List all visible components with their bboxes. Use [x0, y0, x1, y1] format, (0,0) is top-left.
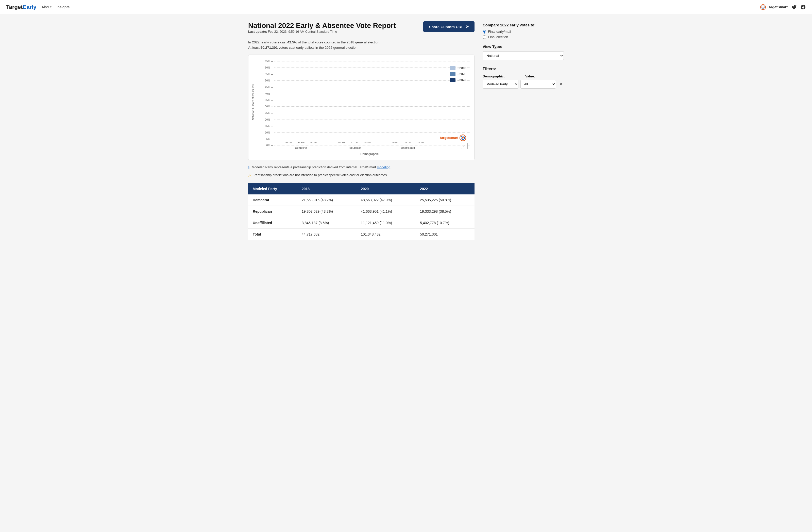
- share-btn-label: Share Custom URL: [429, 25, 464, 29]
- sidebar: Compare 2022 early votes to: Final early…: [483, 21, 564, 240]
- table-row: Total 44,717,082 101,348,432 50,271,301: [248, 228, 475, 240]
- demographic-col-header: Demographic:: [483, 74, 521, 78]
- filters-section: Filters: Demographic: Value: Modeled Par…: [483, 67, 564, 89]
- chart-container: National: % share of ballots cast 65% — …: [248, 55, 475, 160]
- radio-final-election[interactable]: Final election: [483, 35, 564, 39]
- info-icon: ℹ: [248, 165, 250, 171]
- table-row: Republican 19,307,029 (43.2%) 41,663,951…: [248, 205, 475, 217]
- cell-total-2018: 44,717,082: [297, 228, 356, 240]
- targetsmart-icon: [760, 4, 766, 10]
- cell-republican-2022: 19,333,298 (38.5%): [416, 205, 475, 217]
- x-label-unaffiliated: Unaffiliated: [381, 146, 435, 149]
- svg-point-5: [462, 137, 464, 139]
- cell-democrat-2020: 48,563,022 (47.9%): [356, 195, 416, 206]
- filters-label: Filters:: [483, 67, 564, 71]
- cell-total-2020: 101,348,432: [356, 228, 416, 240]
- demographic-filter-select[interactable]: Modeled Party: [483, 80, 518, 89]
- legend-2022: - 2022: [450, 78, 466, 82]
- view-type-section: View Type: National State County: [483, 44, 564, 61]
- last-update: Last update: Feb 22, 2023, 9:59:16 AM Ce…: [248, 30, 396, 33]
- x-axis-title: Demographic: [248, 152, 470, 156]
- share-custom-url-button[interactable]: Share Custom URL ➤: [423, 21, 475, 32]
- warning-icon: ⚠: [248, 173, 251, 179]
- cell-democrat-2022: 25,535,225 (50.8%): [416, 195, 475, 206]
- cell-total-2022: 50,271,301: [416, 228, 475, 240]
- compare-label: Compare 2022 early votes to:: [483, 23, 564, 27]
- notice-area: ℹ Modeled Party represents a partisanshi…: [248, 165, 475, 179]
- navbar: TargetEarly About Insights TargetSmart: [0, 0, 812, 14]
- compare-section: Compare 2022 early votes to: Final early…: [483, 23, 564, 39]
- view-type-label: View Type:: [483, 44, 564, 49]
- x-label-republican: Republican: [328, 146, 381, 149]
- cell-republican-2020: 41,663,951 (41.1%): [356, 205, 416, 217]
- expand-chart-button[interactable]: ⤢: [461, 143, 468, 149]
- cell-unaffiliated-2018: 3,846,137 (8.6%): [297, 217, 356, 228]
- brand-early: Early: [23, 4, 37, 10]
- data-table: Modeled Party 2018 2020 2022 Democrat 21…: [248, 183, 475, 240]
- targetsmart-brand: TargetSmart: [760, 4, 788, 10]
- report-desc: In 2022, early voters cast 42.5% of the …: [248, 40, 475, 51]
- radio-final-early-mail[interactable]: Final early/mail: [483, 30, 564, 33]
- share-arrow-icon: ➤: [466, 24, 469, 29]
- col-header-2020: 2020: [356, 183, 416, 195]
- party-group-unaffiliated: 8.6% 11.0% 10.7%: [381, 141, 435, 144]
- party-group-republican: 43.2% 41.1% 38.5%: [328, 141, 381, 144]
- col-header-2022: 2022: [416, 183, 475, 195]
- brand-target: Target: [6, 4, 23, 10]
- targetsmart-watermark-icon: [460, 134, 466, 141]
- partisanship-notice-text: Partisanship predictions are not intende…: [253, 173, 388, 178]
- notice-partisanship: ⚠ Partisanship predictions are not inten…: [248, 173, 475, 179]
- view-type-select[interactable]: National State County: [483, 51, 564, 60]
- legend-swatch-2018: [450, 66, 455, 70]
- main-container: National 2022 Early & Absentee Vote Repo…: [241, 14, 571, 250]
- bar-republican-2018: 43.2%: [336, 141, 347, 144]
- party-group-democrat: 48.2% 47.9% 50.8%: [274, 141, 328, 144]
- filter-row-header: Demographic: Value:: [483, 74, 564, 78]
- about-link[interactable]: About: [41, 5, 51, 9]
- twitter-icon[interactable]: [791, 4, 797, 10]
- legend-swatch-2020: [450, 72, 455, 76]
- nav-left: TargetEarly About Insights: [6, 4, 70, 10]
- cell-unaffiliated-2020: 11,121,459 (11.0%): [356, 217, 416, 228]
- cell-party-republican: Republican: [248, 205, 297, 217]
- legend-2020: - 2020: [450, 72, 466, 76]
- report-title-area: National 2022 Early & Absentee Vote Repo…: [248, 21, 396, 35]
- legend-2018: - 2018: [450, 66, 466, 70]
- radio-label-final-early: Final early/mail: [488, 30, 511, 33]
- close-filter-button[interactable]: ✕: [558, 81, 564, 88]
- cell-party-unaffiliated: Unaffiliated: [248, 217, 297, 228]
- last-update-value: Feb 22, 2023, 9:59:16 AM Central Standar…: [268, 30, 337, 33]
- desc-line2: At least 50,271,301 voters cast early ba…: [248, 45, 475, 51]
- x-label-democrat: Democrat: [274, 146, 328, 149]
- value-col-header: Value:: [525, 74, 564, 78]
- chart-legend: - 2018 - 2020 - 2022: [450, 66, 466, 82]
- nav-right: TargetSmart: [760, 4, 806, 10]
- cell-democrat-2018: 21,563,916 (48.2%): [297, 195, 356, 206]
- bar-unaffiliated-2018: 8.6%: [390, 141, 401, 144]
- insights-link[interactable]: Insights: [57, 5, 70, 9]
- desc-line1: In 2022, early voters cast 42.5% of the …: [248, 40, 475, 45]
- bar-democrat-2022: 50.8%: [308, 141, 319, 144]
- radio-input-final-early[interactable]: [483, 30, 486, 33]
- bar-unaffiliated-2020: 11.0%: [403, 141, 414, 144]
- cell-party-total: Total: [248, 228, 297, 240]
- table-row: Democrat 21,563,916 (48.2%) 48,563,022 (…: [248, 195, 475, 206]
- last-update-label: Last update:: [248, 30, 267, 33]
- report-title: National 2022 Early & Absentee Vote Repo…: [248, 21, 396, 30]
- col-header-2018: 2018: [297, 183, 356, 195]
- table-header-row: Modeled Party 2018 2020 2022: [248, 183, 475, 195]
- bar-republican-2020: 41.1%: [349, 141, 360, 144]
- modeling-link[interactable]: modeling: [377, 165, 390, 169]
- bar-republican-2022: 38.5%: [362, 141, 373, 144]
- notice-modeling: ℹ Modeled Party represents a partisanshi…: [248, 165, 475, 171]
- value-filter-select[interactable]: All: [520, 80, 556, 89]
- cell-party-democrat: Democrat: [248, 195, 297, 206]
- y-axis-label: National: % share of ballots cast: [250, 60, 256, 144]
- radio-input-final-election[interactable]: [483, 35, 486, 39]
- report-header: National 2022 Early & Absentee Vote Repo…: [248, 21, 475, 35]
- x-axis-labels: Democrat Republican Unaffiliated: [274, 146, 435, 149]
- bars-area: 48.2% 47.9% 50.8%: [274, 60, 435, 144]
- facebook-icon[interactable]: [800, 4, 806, 10]
- svg-point-2: [763, 6, 764, 8]
- legend-swatch-2022: [450, 78, 455, 82]
